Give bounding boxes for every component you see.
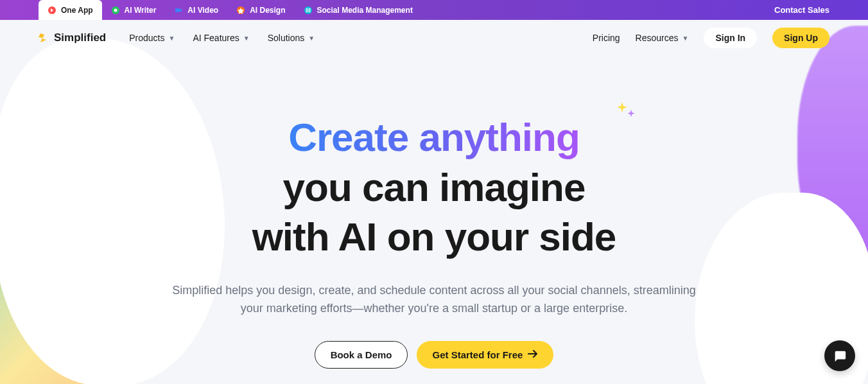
ai-writer-icon (111, 6, 120, 15)
navbar: Simplified Products ▼ AI Features ▼ Solu… (0, 20, 868, 56)
nav-item-label: Pricing (593, 33, 620, 43)
social-media-icon (304, 6, 313, 15)
ai-design-icon (236, 6, 245, 15)
one-app-icon (48, 6, 56, 15)
hero-section: Create anything you can imagine with AI … (0, 56, 868, 369)
nav-item-label: Products (129, 33, 164, 43)
svg-rect-3 (175, 8, 180, 12)
nav-links: Products ▼ AI Features ▼ Solutions ▼ (129, 33, 315, 43)
nav-item-ai-features[interactable]: AI Features ▼ (193, 33, 249, 43)
top-tab-label: Social Media Management (317, 6, 413, 15)
chat-widget-button[interactable] (824, 340, 855, 371)
nav-item-label: Solutions (268, 33, 305, 43)
simplified-logo-icon (39, 32, 50, 44)
top-tab-ai-design[interactable]: AI Design (227, 0, 294, 20)
nav-item-solutions[interactable]: Solutions ▼ (268, 33, 315, 43)
hero-title-gradient: Create anything (288, 115, 580, 159)
signup-button[interactable]: Sign Up (772, 28, 829, 48)
top-tab-one-app[interactable]: One App (39, 0, 102, 20)
hero-subtitle: Simplified helps you design, create, and… (164, 281, 704, 319)
brand-name: Simplified (54, 31, 106, 44)
nav-item-label: Resources (636, 33, 679, 43)
top-tab-social-media[interactable]: Social Media Management (295, 0, 422, 20)
hero-cta-row: Book a Demo Get Started for Free (0, 341, 868, 369)
book-demo-button[interactable]: Book a Demo (315, 341, 408, 369)
top-bar: One App AI Writer AI Video AI Design Soc… (0, 0, 868, 20)
nav-item-pricing[interactable]: Pricing (593, 33, 620, 43)
top-tab-label: AI Video (187, 6, 218, 15)
chevron-down-icon: ▼ (168, 35, 175, 42)
chevron-down-icon: ▼ (682, 35, 689, 42)
top-tab-label: AI Design (250, 6, 285, 15)
hero-title: Create anything you can imagine with AI … (252, 112, 616, 262)
contact-sales-link[interactable]: Contact Sales (774, 0, 829, 20)
top-tab-ai-writer[interactable]: AI Writer (102, 0, 166, 20)
top-tab-ai-video[interactable]: AI Video (165, 0, 227, 20)
arrow-right-icon (528, 349, 538, 360)
top-tab-label: AI Writer (125, 6, 157, 15)
nav-right: Pricing Resources ▼ Sign In Sign Up (593, 28, 829, 48)
svg-point-2 (114, 8, 117, 12)
brand-logo[interactable]: Simplified (39, 31, 106, 44)
chevron-down-icon: ▼ (243, 35, 250, 42)
top-tab-label: One App (61, 6, 93, 15)
signin-button[interactable]: Sign In (704, 28, 757, 48)
chevron-down-icon: ▼ (308, 35, 315, 42)
chat-icon (833, 349, 847, 363)
nav-item-resources[interactable]: Resources ▼ (636, 33, 689, 43)
nav-item-products[interactable]: Products ▼ (129, 33, 175, 43)
hero-title-line3: with AI on your side (252, 214, 616, 259)
get-started-free-button[interactable]: Get Started for Free (417, 341, 553, 369)
cta-primary-label: Get Started for Free (432, 349, 523, 360)
sparkle-icon (614, 101, 638, 130)
ai-video-icon (174, 6, 183, 15)
hero-title-line2: you can imagine (283, 165, 586, 209)
nav-item-label: AI Features (193, 33, 239, 43)
